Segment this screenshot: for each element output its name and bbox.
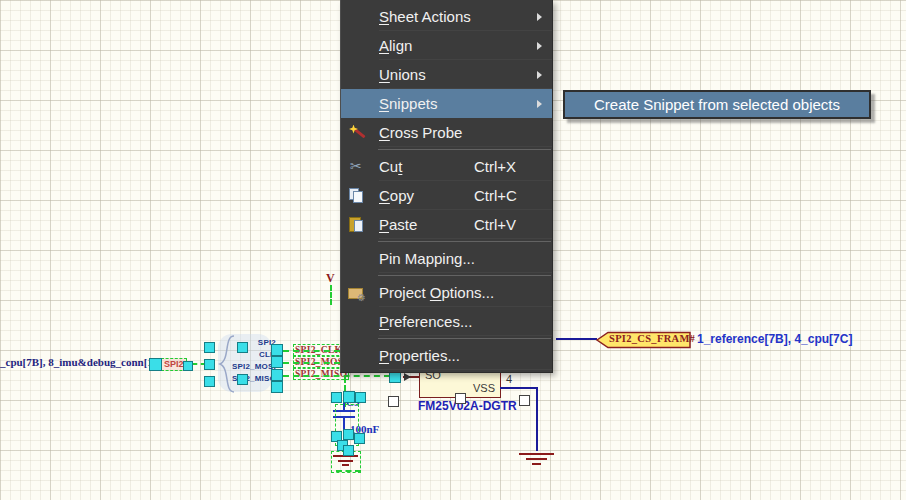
menu-item-copy[interactable]: Copy Ctrl+C xyxy=(341,181,552,210)
pin-so-arrow-icon xyxy=(404,373,411,381)
menu-item-sheet-actions[interactable]: Sheet Actions xyxy=(341,2,552,31)
ground-symbol-vss-bar2 xyxy=(526,458,547,460)
selection-handle[interactable] xyxy=(343,429,354,440)
selection-handle[interactable] xyxy=(355,392,366,403)
selection-handle[interactable] xyxy=(354,433,365,444)
menu-item-cross-probe[interactable]: Cross Probe xyxy=(341,118,552,147)
wire-selected-power[interactable] xyxy=(330,285,332,305)
menu-item-label: Sheet Actions xyxy=(379,8,548,25)
selection-handle[interactable] xyxy=(519,395,530,406)
menu-item-cut[interactable]: Cut Ctrl+X xyxy=(341,152,552,181)
menu-shortcut: Ctrl+V xyxy=(474,216,548,233)
pin-number-4: 4 xyxy=(506,373,512,385)
menu-item-label: Project Options... xyxy=(379,284,548,301)
menu-item-preferences[interactable]: Preferences... xyxy=(341,307,552,336)
selection-handle[interactable] xyxy=(388,396,399,407)
context-menu: Sheet Actions Align Unions Snippets Cros… xyxy=(340,0,553,373)
menu-item-label: Align xyxy=(379,37,548,54)
selection-handle[interactable] xyxy=(343,391,355,403)
icon-slot xyxy=(348,251,370,267)
icon-slot xyxy=(348,348,370,364)
menu-item-label: Unions xyxy=(379,66,548,83)
menu-item-align[interactable]: Align xyxy=(341,31,552,60)
pin-name-vss: VSS xyxy=(473,382,495,394)
paste-icon xyxy=(349,217,365,233)
menu-item-label: Snippets xyxy=(379,95,548,112)
schematic-canvas[interactable]: _cpu[7B], 8_imu&debug_conn[1B SPI2 CLK S… xyxy=(0,0,906,500)
menu-item-snippets[interactable]: Snippets xyxy=(341,89,552,118)
icon-slot xyxy=(348,188,370,204)
menu-item-label: Paste xyxy=(379,216,474,233)
submenu-arrow-icon xyxy=(537,13,542,21)
selection-handle[interactable] xyxy=(455,393,466,404)
icon-slot xyxy=(348,125,370,141)
icon-slot xyxy=(348,96,370,112)
ground-symbol-vss-bar3 xyxy=(532,463,541,465)
menu-item-paste[interactable]: Paste Ctrl+V xyxy=(341,210,552,239)
net-reference-text-left[interactable]: _cpu[7B], 8_imu&debug_conn[1B xyxy=(0,356,160,368)
icon-slot xyxy=(348,314,370,330)
icon-slot xyxy=(348,9,370,25)
submenu-arrow-icon xyxy=(537,100,542,108)
menu-item-project-options[interactable]: Project Options... xyxy=(341,278,552,307)
selection-handle[interactable] xyxy=(149,358,162,371)
wire-selected-mosi[interactable] xyxy=(283,362,340,364)
menu-item-label: Properties... xyxy=(379,347,548,364)
menu-item-pin-mapping[interactable]: Pin Mapping... xyxy=(341,244,552,273)
icon-slot xyxy=(348,217,370,233)
selection-handle[interactable] xyxy=(237,374,248,385)
icon-slot xyxy=(348,67,370,83)
port-label: SPI2_CS_FRAM# xyxy=(609,333,695,344)
submenu-arrow-icon xyxy=(537,71,542,79)
cross-probe-wand-icon xyxy=(349,125,365,141)
submenu-arrow-icon xyxy=(537,42,542,50)
selection-handle[interactable] xyxy=(271,356,283,368)
menu-item-properties[interactable]: Properties... xyxy=(341,341,552,370)
menu-item-label: Preferences... xyxy=(379,313,548,330)
selection-handle[interactable] xyxy=(204,359,215,370)
menu-item-label: Cross Probe xyxy=(379,124,548,141)
icon-slot xyxy=(348,159,370,175)
selection-handle[interactable] xyxy=(331,392,342,403)
selection-handle[interactable] xyxy=(204,342,215,353)
menu-shortcut: Ctrl+X xyxy=(474,158,548,175)
wire-vss-v[interactable] xyxy=(536,387,538,451)
selection-handle[interactable] xyxy=(204,376,215,387)
menu-item-unions[interactable]: Unions xyxy=(341,60,552,89)
icon-slot xyxy=(348,285,370,301)
selection-handle[interactable] xyxy=(271,344,283,356)
wire-to-port[interactable] xyxy=(556,338,597,340)
wire-vss-h[interactable] xyxy=(500,387,537,389)
menu-item-label: Cut xyxy=(379,158,474,175)
selection-handle[interactable] xyxy=(343,445,354,456)
submenu-item-create-snippet[interactable]: Create Snippet from selected objects xyxy=(563,90,871,119)
port-spi2-cs-fram[interactable]: SPI2_CS_FRAM# xyxy=(595,331,692,349)
menu-item-label: Copy xyxy=(379,187,474,204)
ground-symbol-vss[interactable] xyxy=(519,453,554,455)
scissors-icon xyxy=(350,158,362,174)
selection-handle[interactable] xyxy=(183,361,193,371)
menu-shortcut: Ctrl+C xyxy=(474,187,548,204)
part-number-text[interactable]: FM25V02A-DGTR xyxy=(418,399,517,413)
wire-selected-miso[interactable] xyxy=(283,375,390,377)
selection-handle[interactable] xyxy=(271,381,283,393)
selection-handle[interactable] xyxy=(237,342,248,353)
wire-selected-clk[interactable] xyxy=(283,350,340,352)
folder-gear-icon xyxy=(348,285,366,301)
power-port-text[interactable]: V xyxy=(326,271,335,286)
selection-handle[interactable] xyxy=(271,369,283,381)
icon-slot xyxy=(348,38,370,54)
copy-icon xyxy=(348,188,364,204)
net-reference-text-right[interactable]: 1_reference[7B], 4_cpu[7C] xyxy=(697,332,852,346)
menu-item-label: Pin Mapping... xyxy=(379,250,548,267)
